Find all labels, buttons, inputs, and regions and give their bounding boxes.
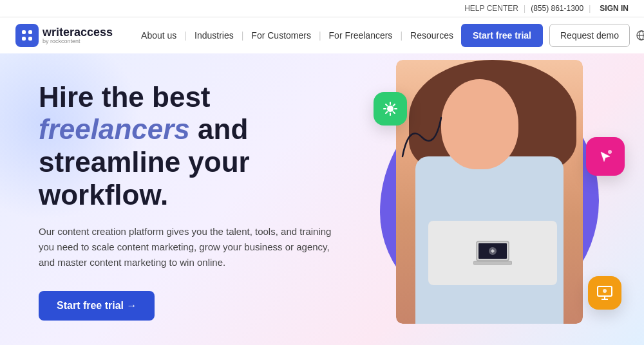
request-demo-button[interactable]: Request demo xyxy=(549,24,630,47)
svg-rect-3 xyxy=(28,37,32,41)
nav-actions: Start free trial Request demo EN xyxy=(461,24,644,47)
hero-content: Hire the best freelancers and streamline… xyxy=(0,81,335,321)
nav-resources[interactable]: Resources xyxy=(402,26,461,44)
logo-icon xyxy=(15,24,39,47)
monitor-icon-badge xyxy=(588,276,621,310)
nav-for-freelancers[interactable]: For Freelancers xyxy=(321,26,401,44)
phone-number[interactable]: (855) 861-1300 xyxy=(531,4,583,13)
logo-sub: by rockcontent xyxy=(43,39,113,44)
svg-rect-1 xyxy=(28,30,32,34)
hero-description: Our content creation platform gives you … xyxy=(39,224,335,270)
sun-icon xyxy=(382,100,399,117)
logo[interactable]: writeraccess by rockcontent xyxy=(15,24,113,47)
logo-text-group: writeraccess by rockcontent xyxy=(43,26,113,44)
nav-links: About us | Industries | For Customers | … xyxy=(133,26,461,44)
cursor-icon xyxy=(596,147,615,166)
nav-about-us[interactable]: About us xyxy=(133,26,184,44)
woman-image xyxy=(396,60,583,324)
sun-icon-badge xyxy=(374,92,407,126)
headline-freelancers: freelancers xyxy=(39,113,190,145)
woman-face xyxy=(441,79,518,169)
svg-rect-0 xyxy=(22,30,26,34)
globe-icon xyxy=(636,30,644,41)
hero-section: Hire the best freelancers and streamline… xyxy=(0,53,644,345)
monitor-icon xyxy=(596,284,614,302)
svg-rect-10 xyxy=(473,261,512,265)
svg-line-19 xyxy=(386,112,388,114)
svg-line-16 xyxy=(386,104,388,106)
sign-in-link[interactable]: SIGN IN xyxy=(600,4,629,13)
divider-1: | xyxy=(524,4,526,13)
headline-and: and xyxy=(190,113,248,145)
divider-2: | xyxy=(589,4,591,13)
nav-industries[interactable]: Industries xyxy=(187,26,242,44)
top-bar: HELP CENTER | (855) 861-1300 | SIGN IN xyxy=(0,0,644,17)
main-nav: writeraccess by rockcontent About us | I… xyxy=(0,17,644,53)
hero-headline: Hire the best freelancers and streamline… xyxy=(39,81,335,211)
logo-wordmark: writeraccess xyxy=(43,26,113,39)
svg-point-20 xyxy=(608,150,612,154)
svg-point-11 xyxy=(387,106,393,112)
laptop-icon xyxy=(473,240,512,266)
headline-hire: Hire the best xyxy=(39,81,211,113)
svg-line-18 xyxy=(393,104,395,106)
woman-body-shape xyxy=(415,156,564,324)
woman-skin xyxy=(396,60,583,324)
hero-visual xyxy=(335,53,644,345)
nav-for-customers[interactable]: For Customers xyxy=(243,26,319,44)
svg-point-24 xyxy=(603,289,607,293)
headline-streamline: streamline your xyxy=(39,146,250,178)
woman-laptop xyxy=(428,221,557,285)
svg-rect-2 xyxy=(22,37,26,41)
help-center-label[interactable]: HELP CENTER xyxy=(464,4,518,13)
language-selector[interactable]: EN xyxy=(636,30,644,41)
svg-line-17 xyxy=(393,112,395,114)
cursor-icon-badge xyxy=(586,137,625,176)
headline-workflow: workflow. xyxy=(39,179,168,210)
start-trial-nav-button[interactable]: Start free trial xyxy=(461,24,543,47)
start-trial-hero-button[interactable]: Start free trial → xyxy=(39,291,155,321)
